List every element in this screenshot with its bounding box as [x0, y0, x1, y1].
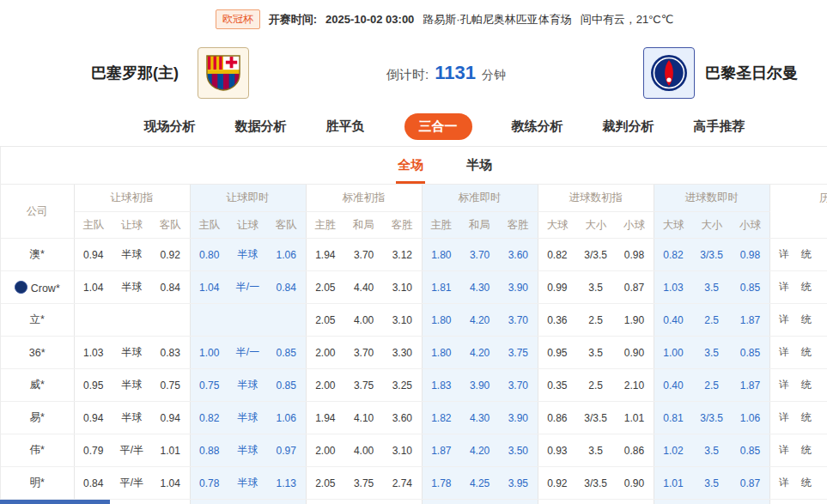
- odds-cell: 1.01: [151, 434, 190, 467]
- odds-cell: 3.5: [692, 467, 731, 500]
- odds-cell: 3.70: [344, 337, 383, 369]
- stats-link[interactable]: 统: [801, 346, 812, 358]
- odds-cell: 0.78: [190, 467, 228, 500]
- history-cell: 详统: [769, 304, 827, 337]
- nav-tab-three-in-one[interactable]: 三合一: [404, 113, 472, 140]
- detail-link[interactable]: 详: [779, 477, 789, 489]
- odds-cell: [112, 304, 151, 337]
- sub-column-header: 主胜: [306, 212, 344, 239]
- group-header: 进球数初指: [538, 185, 654, 212]
- odds-cell: 1.82: [422, 402, 460, 434]
- odds-cell: 4.20: [460, 304, 499, 337]
- history-cell: 详统: [769, 434, 827, 467]
- odds-cell: 0.98: [731, 239, 769, 271]
- company-name-cell[interactable]: Crow*: [1, 271, 74, 304]
- weather: 间中有云，21°C℃: [581, 12, 674, 27]
- stats-link[interactable]: 统: [801, 477, 812, 489]
- odds-cell: [267, 304, 306, 337]
- odds-cell: 0.80: [731, 500, 769, 504]
- odds-cell: 3.5: [692, 434, 731, 467]
- stats-link[interactable]: 统: [801, 379, 812, 391]
- odds-cell: 0.95: [538, 337, 576, 369]
- odds-cell: 3.60: [499, 239, 538, 271]
- odds-cell: 3.10: [383, 434, 422, 467]
- odds-row: Interwet*1.15半球0.700.83半球0.972.153.653.2…: [1, 500, 827, 504]
- odds-cell: 0.80: [190, 239, 228, 271]
- odds-cell: 0.75: [151, 369, 190, 402]
- company-column-header: 公司: [1, 185, 74, 239]
- sub-column-header: 大小: [576, 212, 615, 239]
- odds-cell: 3.75: [344, 369, 383, 402]
- nav-tab-data-analysis[interactable]: 数据分析: [235, 118, 287, 135]
- odds-cell: 3/3.5: [576, 239, 615, 271]
- odds-cell: 1.01: [654, 467, 692, 500]
- company-name: 36*: [29, 347, 46, 359]
- odds-cell: 3.5: [692, 337, 731, 369]
- detail-link[interactable]: 详: [779, 346, 789, 358]
- stats-link[interactable]: 统: [801, 444, 812, 456]
- stats-link[interactable]: 统: [801, 411, 812, 423]
- odds-cell: 3.65: [344, 500, 383, 504]
- nav-tab-live-analysis[interactable]: 现场分析: [144, 118, 196, 135]
- odds-cell: 0.94: [74, 402, 112, 434]
- odds-cell: 4.30: [460, 271, 499, 304]
- detail-link[interactable]: 详: [779, 313, 789, 325]
- company-name-cell[interactable]: 易*: [1, 402, 74, 434]
- detail-link[interactable]: 详: [779, 281, 789, 293]
- odds-cell: 2.74: [383, 467, 422, 500]
- odds-cell: 半/一: [228, 271, 267, 304]
- company-name-cell[interactable]: 威*: [1, 369, 74, 402]
- sub-column-header: 客队: [151, 212, 190, 239]
- odds-cell: 2.05: [306, 467, 344, 500]
- odds-cell: 0.84: [267, 271, 306, 304]
- sub-column-header: 大球: [654, 212, 692, 239]
- nav-tab-expert-picks[interactable]: 高手推荐: [694, 118, 745, 135]
- odds-cell: 2.5: [692, 304, 731, 337]
- company-name: 立*: [30, 313, 45, 325]
- odds-cell: 1.02: [654, 434, 692, 467]
- odds-cell: 0.93: [538, 434, 576, 467]
- company-name-cell[interactable]: 36*: [1, 337, 74, 369]
- nav-tab-coach-analysis[interactable]: 教练分析: [512, 118, 563, 135]
- odds-cell: 半球: [112, 337, 151, 369]
- nav-tab-referee-analysis[interactable]: 裁判分析: [603, 118, 654, 135]
- odds-cell: 半球: [228, 239, 267, 271]
- detail-link[interactable]: 详: [779, 248, 789, 260]
- countdown-unit: 分钟: [482, 68, 506, 83]
- detail-link[interactable]: 详: [779, 444, 789, 456]
- odds-cell: 2.5: [692, 369, 731, 402]
- company-name-cell[interactable]: 伟*: [1, 434, 74, 467]
- odds-cell: 1.04: [151, 467, 190, 500]
- subtab-full-match[interactable]: 全场: [396, 157, 425, 184]
- match-header: 欧冠杯 开赛时间: 2025-10-02 03:00 路易斯·孔帕尼奥林匹亚体育…: [0, 0, 827, 107]
- company-name-cell[interactable]: 澳*: [1, 239, 74, 271]
- company-name-cell[interactable]: 立*: [1, 304, 74, 337]
- stats-link[interactable]: 统: [801, 313, 812, 325]
- psg-crest-icon: [643, 47, 695, 99]
- countdown-value: 1131: [435, 62, 476, 84]
- stats-link[interactable]: 统: [801, 248, 812, 260]
- odds-cell: 0.94: [74, 239, 112, 271]
- odds-cell: 1.06: [731, 402, 769, 434]
- group-header: 进球数即时: [654, 185, 769, 212]
- nav-tab-win-draw-lose[interactable]: 胜平负: [326, 118, 365, 135]
- stats-link[interactable]: 统: [801, 281, 812, 293]
- match-info-line: 欧冠杯 开赛时间: 2025-10-02 03:00 路易斯·孔帕尼奥林匹亚体育…: [0, 0, 827, 39]
- subtabs: 全场半场: [1, 147, 827, 184]
- odds-row: 立*2.054.003.101.804.203.700.362.51.900.4…: [1, 304, 827, 337]
- subtab-half-match[interactable]: 半场: [465, 157, 494, 184]
- company-name-cell[interactable]: 明*: [1, 467, 74, 500]
- odds-row: Crow*1.04半球0.841.04半/一0.842.054.403.101.…: [1, 271, 827, 304]
- odds-cell: 0.70: [151, 500, 190, 504]
- odds-cell: 3.70: [499, 304, 538, 337]
- detail-link[interactable]: 详: [779, 411, 789, 423]
- detail-link[interactable]: 详: [779, 379, 789, 391]
- company-name: 威*: [30, 379, 45, 391]
- odds-cell: 0.94: [151, 402, 190, 434]
- history-cell: 详统: [769, 500, 827, 504]
- sub-column-header: 小球: [731, 212, 769, 239]
- home-team: 巴塞罗那(主): [91, 47, 249, 99]
- odds-cell: 1.87: [422, 434, 460, 467]
- odds-cell: 1.03: [74, 337, 112, 369]
- company-name: 明*: [30, 477, 45, 489]
